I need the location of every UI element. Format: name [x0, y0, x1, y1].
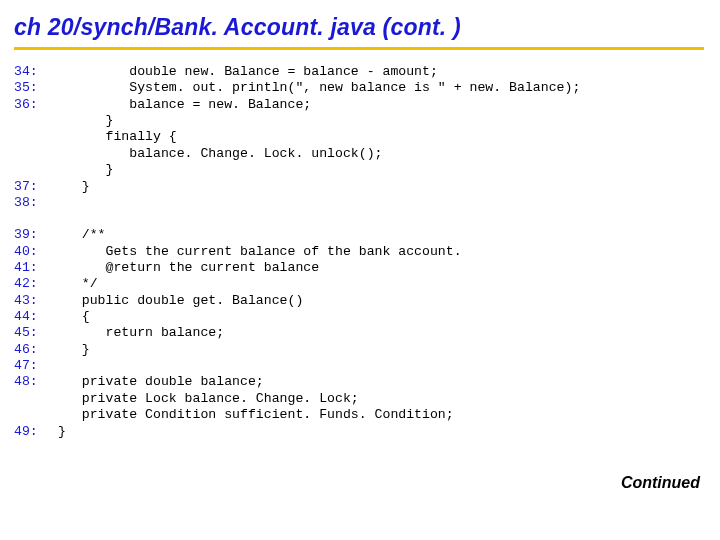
continued-label: Continued	[621, 474, 700, 492]
code-text: balance. Change. Lock. unlock();	[58, 146, 382, 162]
code-line: 43: public double get. Balance()	[14, 293, 704, 309]
code-block: 34: double new. Balance = balance - amou…	[14, 64, 704, 440]
code-text: private double balance;	[58, 374, 264, 390]
code-line: 49:}	[14, 424, 704, 440]
code-line: }	[14, 162, 704, 178]
line-number: 45:	[14, 325, 58, 341]
line-number: 36:	[14, 97, 58, 113]
blank-line	[14, 211, 704, 227]
title-underline	[14, 47, 704, 50]
slide-title: ch 20/synch/Bank. Account. java (cont. )	[14, 14, 704, 41]
code-line: 39: /**	[14, 227, 704, 243]
code-line: 40: Gets the current balance of the bank…	[14, 244, 704, 260]
code-text: }	[58, 179, 90, 195]
line-number: 40:	[14, 244, 58, 260]
line-number: 47:	[14, 358, 58, 374]
code-text: balance = new. Balance;	[58, 97, 311, 113]
code-line: private Lock balance. Change. Lock;	[14, 391, 704, 407]
line-number: 38:	[14, 195, 58, 211]
code-line: 45: return balance;	[14, 325, 704, 341]
line-number: 39:	[14, 227, 58, 243]
code-text: }	[58, 424, 66, 440]
line-number: 46:	[14, 342, 58, 358]
line-number: 34:	[14, 64, 58, 80]
code-text: {	[58, 309, 90, 325]
code-line: 46: }	[14, 342, 704, 358]
code-text: private Lock balance. Change. Lock;	[58, 391, 359, 407]
code-text: finally {	[58, 129, 177, 145]
code-text: double new. Balance = balance - amount;	[58, 64, 438, 80]
code-line: 42: */	[14, 276, 704, 292]
code-line: 47:	[14, 358, 704, 374]
line-number: 48:	[14, 374, 58, 390]
code-text: public double get. Balance()	[58, 293, 303, 309]
code-line: 37: }	[14, 179, 704, 195]
line-number: 42:	[14, 276, 58, 292]
code-line: balance. Change. Lock. unlock();	[14, 146, 704, 162]
code-line: 41: @return the current balance	[14, 260, 704, 276]
line-number: 43:	[14, 293, 58, 309]
code-line: private Condition sufficient. Funds. Con…	[14, 407, 704, 423]
code-text: return balance;	[58, 325, 224, 341]
code-line: 34: double new. Balance = balance - amou…	[14, 64, 704, 80]
line-number: 41:	[14, 260, 58, 276]
code-line: 44: {	[14, 309, 704, 325]
line-number: 49:	[14, 424, 58, 440]
code-text: }	[58, 342, 90, 358]
code-text: private Condition sufficient. Funds. Con…	[58, 407, 454, 423]
code-line: 35: System. out. println(", new balance …	[14, 80, 704, 96]
code-line: 48: private double balance;	[14, 374, 704, 390]
code-text: System. out. println(", new balance is "…	[58, 80, 580, 96]
line-number: 35:	[14, 80, 58, 96]
code-text: */	[58, 276, 98, 292]
code-line: 38:	[14, 195, 704, 211]
code-text: Gets the current balance of the bank acc…	[58, 244, 462, 260]
code-text: }	[58, 113, 113, 129]
code-text: /**	[58, 227, 105, 243]
line-number: 37:	[14, 179, 58, 195]
code-line: 36: balance = new. Balance;	[14, 97, 704, 113]
code-text: }	[58, 162, 113, 178]
code-line: }	[14, 113, 704, 129]
slide: ch 20/synch/Bank. Account. java (cont. )…	[0, 0, 720, 540]
code-line: finally {	[14, 129, 704, 145]
line-number: 44:	[14, 309, 58, 325]
code-text: @return the current balance	[58, 260, 319, 276]
